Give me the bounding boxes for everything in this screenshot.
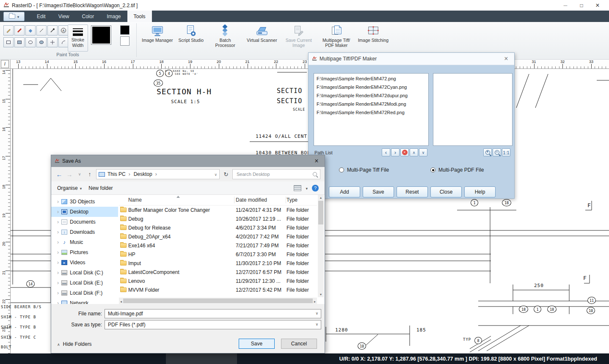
horizontal-scrollbar[interactable]: [119, 298, 317, 304]
zoom-reset-button[interactable]: 1:1: [502, 148, 510, 156]
path-list-item[interactable]: F:\Images\Sample RenderEM\472Modi.png: [314, 100, 428, 109]
organise-button[interactable]: Organise: [57, 185, 82, 191]
back-button[interactable]: [55, 171, 63, 178]
breadcrumb-item[interactable]: This PC: [107, 171, 130, 177]
arc-tool-button[interactable]: [58, 37, 69, 47]
scroll-right-icon[interactable]: [314, 298, 316, 304]
multi-page-pdf-radio[interactable]: Multi-Page PDF File: [430, 167, 484, 173]
path-list-item[interactable]: F:\Images\Sample RenderEM\472Red.png: [314, 109, 428, 117]
Exe146 x64[interactable]: Exe146 x64 7/21/2017 7:49 PM File folder: [119, 241, 317, 250]
multi-page-tiff-radio[interactable]: Multi-Page Tiff File: [339, 167, 389, 173]
tree-item-network[interactable]: Network: [51, 298, 118, 304]
tree-item-local-disk-e[interactable]: Local Disk (E:): [51, 278, 118, 288]
address-dropdown-icon[interactable]: [214, 171, 217, 177]
zoom-out-button[interactable]: −: [493, 148, 501, 156]
up-button[interactable]: [86, 171, 94, 178]
cancel-button[interactable]: Cancel: [281, 339, 317, 349]
move-down-button[interactable]: [419, 148, 427, 156]
multipage-tiff-pdf-maker-button[interactable]: Multipage Tiff/ PDF Maker: [319, 23, 354, 49]
view-mode-icon[interactable]: [294, 185, 301, 191]
file-menu-button[interactable]: [3, 12, 25, 21]
image-stitching-button[interactable]: Image Stitching: [356, 23, 390, 44]
batch-processor-button[interactable]: Batch Processor: [207, 23, 243, 49]
help-icon[interactable]: [312, 185, 319, 192]
filled-ellipse-tool-button[interactable]: [36, 37, 47, 47]
vertical-scrollbar[interactable]: [318, 195, 324, 297]
ellipse-tool-button[interactable]: [25, 37, 36, 47]
close-button[interactable]: [590, 0, 606, 11]
multipage-dialog-titlebar[interactable]: Multipage Tiff/PDF Maker: [309, 53, 514, 65]
path-list-item[interactable]: F:\Images\Sample RenderEM\472Cyan.png: [314, 83, 428, 92]
move-left-button[interactable]: [382, 148, 390, 156]
tree-item-downloads[interactable]: Downloads: [51, 227, 118, 237]
path-list-item[interactable]: F:\Images\Sample RenderEM\472dupur.png: [314, 92, 428, 100]
tree-item-documents[interactable]: Documents: [51, 217, 118, 227]
reset-button[interactable]: Reset: [397, 186, 428, 197]
tree-item-desktop[interactable]: Desktop: [51, 207, 118, 217]
column-header-type[interactable]: Type: [287, 197, 317, 203]
background-color-swatch[interactable]: [120, 36, 130, 46]
tab-image[interactable]: Image: [100, 11, 127, 22]
scroll-thumb[interactable]: [318, 201, 323, 224]
pencil-tool-button[interactable]: [3, 25, 14, 36]
address-bar[interactable]: This PC Desktop: [96, 169, 220, 179]
Lenovo[interactable]: Lenovo 11/29/2017 12:30 ... File folder: [119, 276, 317, 285]
maximize-button[interactable]: [573, 0, 590, 11]
hide-folders-button[interactable]: Hide Folders: [57, 341, 92, 347]
MVVM Folder[interactable]: MVVM Folder 12/27/2017 5:42 PM File fold…: [119, 285, 317, 294]
tab-color[interactable]: Color: [75, 11, 100, 22]
tree-item-3d-objects[interactable]: 3D Objects: [51, 197, 118, 207]
scroll-left-icon[interactable]: [120, 298, 122, 304]
fill-tool-button[interactable]: [25, 25, 36, 36]
column-header-name[interactable]: Name: [128, 197, 236, 203]
filled-rect-tool-button[interactable]: [14, 37, 25, 47]
path-list[interactable]: F:\Images\Sample RenderEM\472.pngF:\Imag…: [314, 73, 429, 146]
close-icon[interactable]: [312, 157, 321, 165]
chevron-down-icon[interactable]: [306, 185, 308, 191]
column-header-date[interactable]: Date modified: [236, 197, 287, 203]
scroll-thumb[interactable]: [123, 298, 313, 303]
tree-item-local-disk-f[interactable]: Local Disk (F:): [51, 288, 118, 298]
tree-item-videos[interactable]: Videos: [51, 257, 118, 268]
rect-tool-button[interactable]: [3, 37, 14, 47]
LatestCoreComponent[interactable]: LatestCoreComponent 12/27/2017 6:57 PM F…: [119, 268, 317, 276]
Imput[interactable]: Imput 11/30/2017 2:10 PM File folder: [119, 259, 317, 268]
tree-item-pictures[interactable]: Pictures: [51, 247, 118, 257]
breadcrumb-item[interactable]: Desktop: [134, 171, 157, 177]
search-box[interactable]: [232, 169, 320, 179]
recent-locations-button[interactable]: [76, 172, 83, 176]
foreground-color-swatch[interactable]: [120, 25, 130, 35]
stroke-width-button[interactable]: Stroke Width: [68, 25, 88, 52]
scroll-up-icon[interactable]: [318, 195, 324, 200]
Debug[interactable]: Debug 10/26/2017 12:19 ... File folder: [119, 214, 317, 223]
line-tool-button[interactable]: [36, 25, 47, 36]
new-folder-button[interactable]: New folder: [88, 185, 113, 191]
primary-color-swatch[interactable]: [91, 25, 111, 45]
refresh-button[interactable]: [222, 171, 230, 178]
image-manager-button[interactable]: Image Manager: [140, 23, 175, 44]
dropper-tool-button[interactable]: [47, 25, 58, 36]
save-button[interactable]: Save: [363, 186, 394, 197]
tree-item-local-disk-c[interactable]: Local Disk (C:): [51, 268, 118, 278]
cross-tool-button[interactable]: [47, 37, 58, 47]
HP[interactable]: HP 6/7/2017 3:30 PM File folder: [119, 250, 317, 259]
save-button[interactable]: Save: [239, 339, 275, 349]
move-right-button[interactable]: [391, 148, 400, 156]
tab-view[interactable]: View: [52, 11, 76, 22]
path-list-item[interactable]: F:\Images\Sample RenderEM\472.png: [314, 75, 428, 83]
Debug for Release[interactable]: Debug for Release 4/6/2017 3:34 PM File …: [119, 223, 317, 232]
save-type-select[interactable]: PDF Files (*.pdf): [105, 320, 321, 329]
brush-tool-button[interactable]: [14, 25, 25, 36]
move-up-button[interactable]: [410, 148, 418, 156]
script-studio-button[interactable]: Script Studio: [177, 23, 206, 44]
remove-file-button[interactable]: [400, 148, 409, 156]
tree-item-music[interactable]: Music: [51, 237, 118, 247]
forward-button[interactable]: [66, 171, 73, 178]
virtual-scanner-button[interactable]: Virtual Scanner: [245, 23, 279, 44]
text-tool-button[interactable]: A: [58, 25, 69, 36]
tab-tools[interactable]: Tools: [127, 11, 152, 22]
close-button[interactable]: Close: [430, 186, 462, 197]
help-button[interactable]: Help: [464, 186, 496, 197]
zoom-in-button[interactable]: +: [483, 148, 492, 156]
Debug_20Apr_x64[interactable]: Debug_20Apr_x64 4/20/2017 7:42 PM File f…: [119, 232, 317, 241]
